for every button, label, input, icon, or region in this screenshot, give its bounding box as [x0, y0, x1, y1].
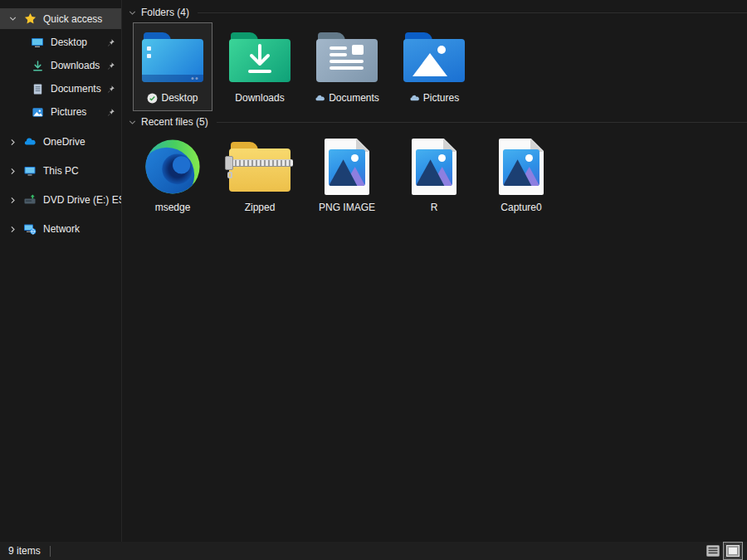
folder-tile-pictures[interactable]: Pictures [394, 22, 474, 111]
section-title: Recent files (5) [141, 116, 208, 128]
network-icon [23, 222, 37, 236]
chevron-down-icon[interactable] [126, 118, 138, 127]
pin-icon [106, 85, 115, 94]
chevron-right-icon[interactable] [7, 167, 18, 176]
section-header-recent-files[interactable]: Recent files (5) [123, 115, 747, 129]
picture-icon [31, 105, 44, 119]
downloads-folder-icon [229, 25, 290, 90]
sun-dot [351, 154, 359, 162]
computer-icon [23, 164, 37, 178]
status-divider [50, 546, 51, 557]
cloud-status-icon [409, 93, 420, 104]
chevron-right-icon[interactable] [7, 196, 18, 205]
details-view-button[interactable] [704, 543, 722, 559]
navigation-pane: Quick access Desktop Downloads Documents [0, 0, 122, 542]
section-header-folders[interactable]: Folders (4) [123, 6, 747, 19]
chevron-down-icon[interactable] [126, 8, 138, 17]
sidebar-item-pictures[interactable]: Pictures [0, 100, 121, 124]
folder-label: Desktop [161, 92, 198, 104]
sun-dot [525, 154, 533, 162]
chevron-right-icon[interactable] [7, 225, 18, 234]
file-tile-zipped[interactable]: Zipped [220, 132, 300, 221]
cloud-icon [23, 135, 37, 149]
file-label: Zipped [245, 202, 276, 213]
image-file-icon [412, 134, 456, 199]
desktop-folder-icon [142, 25, 203, 90]
file-label: PNG IMAGE [319, 202, 375, 213]
download-icon [31, 59, 44, 72]
star-icon [23, 12, 37, 26]
sidebar-item-downloads[interactable]: Downloads [0, 54, 121, 77]
large-icons-view-button[interactable] [724, 543, 742, 559]
recent-files-grid: msedge Zipped [133, 132, 747, 221]
sidebar-item-this-pc[interactable]: This PC [0, 159, 121, 183]
chevron-right-icon[interactable] [7, 138, 18, 147]
sidebar-item-label: Documents [51, 83, 101, 95]
sidebar-item-onedrive[interactable]: OneDrive [0, 130, 121, 153]
folder-label: Pictures [423, 92, 459, 104]
sidebar-item-label: Downloads [51, 60, 100, 71]
chevron-down-icon[interactable] [7, 14, 18, 23]
documents-folder-icon [316, 25, 378, 90]
sidebar-item-label: Network [43, 223, 80, 235]
sidebar-item-label: Desktop [51, 37, 87, 48]
file-label: msedge [155, 202, 191, 213]
file-tile-msedge[interactable]: msedge [133, 132, 212, 221]
pictures-folder-icon [403, 25, 465, 90]
folder-tile-desktop[interactable]: Desktop [133, 22, 212, 111]
zipped-folder-icon [229, 134, 290, 199]
cloud-status-icon [315, 93, 325, 104]
sidebar-item-label: Quick access [43, 13, 102, 25]
folder-label: Documents [329, 92, 379, 104]
sidebar-item-label: DVD Drive (E:) ESD- [43, 194, 121, 206]
sidebar-item-dvd-drive[interactable]: DVD Drive (E:) ESD- [0, 188, 121, 212]
item-count: 9 items [8, 545, 41, 557]
file-label: Capture0 [500, 202, 541, 213]
status-bar: 9 items [0, 542, 747, 560]
image-file-icon [499, 134, 544, 199]
section-divider [217, 122, 747, 123]
sidebar-item-label: This PC [43, 165, 79, 177]
image-file-icon [325, 134, 369, 199]
file-tile-r[interactable]: R [394, 132, 474, 221]
content-pane: Folders (4) [123, 0, 747, 542]
folder-tile-downloads[interactable]: Downloads [220, 22, 300, 111]
pin-icon [106, 38, 115, 47]
edge-logo-icon [144, 134, 201, 199]
sidebar-item-documents[interactable]: Documents [0, 77, 121, 100]
sidebar-item-label: OneDrive [43, 136, 85, 148]
pin-icon [106, 108, 115, 117]
sun-dot [438, 154, 446, 162]
pin-icon [106, 61, 115, 71]
sidebar-item-network[interactable]: Network [0, 217, 121, 241]
section-title: Folders (4) [141, 7, 189, 18]
document-icon [31, 82, 44, 95]
sidebar-item-desktop[interactable]: Desktop [0, 31, 121, 54]
file-tile-png-image[interactable]: PNG IMAGE [307, 132, 387, 221]
folder-tile-documents[interactable]: Documents [307, 22, 387, 111]
sidebar-item-quick-access[interactable]: Quick access [0, 8, 121, 29]
folders-grid: Desktop Downloads [133, 22, 747, 111]
file-label: R [431, 202, 438, 213]
file-tile-capture0[interactable]: Capture0 [481, 132, 561, 221]
folder-label: Downloads [235, 92, 284, 104]
dvd-icon [23, 193, 37, 207]
section-divider [198, 12, 747, 13]
sync-check-icon [147, 93, 158, 104]
sidebar-item-label: Pictures [51, 106, 86, 118]
monitor-icon [31, 36, 44, 49]
